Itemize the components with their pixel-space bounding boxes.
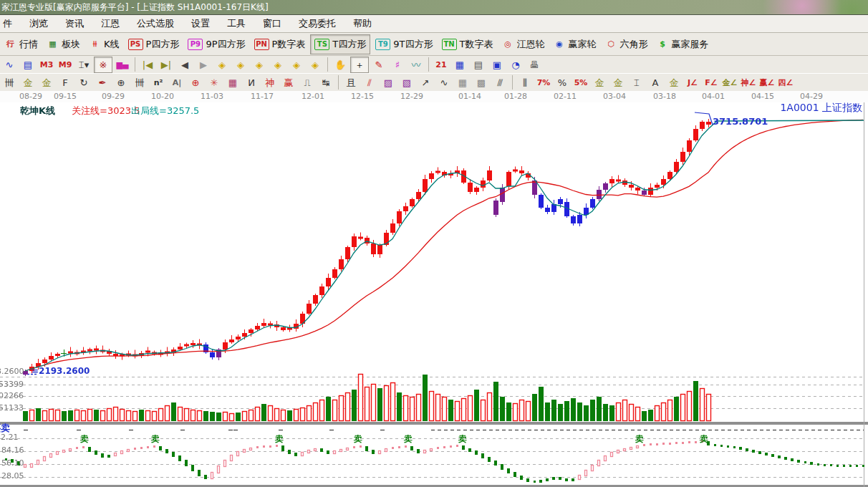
toolbar-button-T数字表[interactable]: TNT数字表 [438, 35, 497, 54]
diamond-h-icon[interactable]: ◈ [251, 57, 268, 72]
n2-icon[interactable]: n² [150, 75, 167, 90]
step-back-icon[interactable]: ◀ [176, 57, 193, 72]
histogram-icon[interactable]: ▆▄ [114, 57, 131, 72]
grid-arrow-icon[interactable]: ▩ [473, 75, 490, 90]
candle-pen-icon[interactable]: ⌶ [628, 75, 645, 90]
crosshair-icon[interactable]: ＋ [350, 57, 369, 73]
diamond-x-icon[interactable]: ◈ [269, 57, 286, 72]
toolbar-button-行情[interactable]: 行行情 [1, 35, 42, 54]
fibo-f-icon[interactable]: F [57, 75, 74, 90]
gold-tri-icon[interactable]: 金 [665, 75, 683, 90]
angle-pen-icon[interactable]: ✎ [370, 57, 387, 72]
step-fwd-icon[interactable]: ▶ [195, 57, 212, 72]
menu-item-7[interactable]: 窗口 [254, 15, 290, 32]
hand-icon[interactable]: ✋ [332, 57, 349, 72]
toolbar-button-T四方形[interactable]: TST四方形 [310, 34, 370, 54]
browse-wave-icon[interactable]: ∿ [1, 57, 18, 72]
menu-item-1[interactable]: 浏览 [21, 15, 57, 32]
pen-tool-icon[interactable]: ✒ [94, 75, 111, 90]
menu-item-5[interactable]: 设置 [183, 15, 218, 32]
toolbar-button-P四方形[interactable]: PSP四方形 [125, 35, 183, 54]
pct7-icon[interactable]: 7% [535, 75, 552, 90]
parallel-icon[interactable]: ⫻ [491, 75, 508, 90]
ying-icon[interactable]: 赢 [280, 75, 297, 90]
si-angle-icon[interactable]: 四∠ [777, 75, 794, 90]
a-lines-icon[interactable]: A [647, 75, 664, 90]
grid-dots-icon[interactable]: ▦ [454, 75, 471, 90]
diamond-v-icon[interactable]: ◈ [288, 57, 305, 72]
trend-arrow-icon[interactable]: ↗ [417, 75, 434, 90]
scribble-icon[interactable]: 〰 [408, 57, 425, 72]
toolbar-button-9P四方形[interactable]: P99P四方形 [184, 35, 249, 54]
zigzag-icon[interactable]: ∿ [435, 75, 453, 90]
sell-signal-marker: 卖 [700, 433, 708, 445]
menu-item-4[interactable]: 公式选股 [128, 15, 183, 32]
pct-icon[interactable]: % [554, 75, 571, 90]
ruler123-icon[interactable]: ⎍ [299, 75, 316, 90]
gann-gold2-icon[interactable]: 金 [38, 75, 55, 90]
toolbar-button-赢家服务[interactable]: $赢家服务 [652, 35, 712, 54]
calendar-icon[interactable]: 21 [433, 57, 450, 72]
notes-icon[interactable]: ▤ [470, 57, 487, 72]
title-bar[interactable]: 家江恩专业版[赢家内部服务平台] - [上证指数 SH1A0001-167日K线… [0, 0, 868, 15]
gann-gold1-icon[interactable]: 金 [19, 75, 37, 90]
ying-angle-icon[interactable]: 赢∠ [758, 75, 776, 90]
shen-icon[interactable]: 神 [261, 75, 279, 90]
menu-item-3[interactable]: 江恩 [92, 15, 128, 32]
print-icon[interactable]: 🖶 [526, 57, 543, 72]
skip-start-icon[interactable]: |◀ [139, 57, 156, 72]
target-red-icon[interactable]: ⊕ [187, 75, 204, 90]
diamond-right-icon[interactable]: ◈ [232, 57, 249, 72]
toolbar-button-六角形[interactable]: ⬡六角形 [601, 35, 651, 54]
fan-box1-icon[interactable]: ▨ [380, 75, 397, 90]
menu-item-8[interactable]: 交易委托 [290, 15, 344, 32]
gold-line-icon[interactable]: 金 [609, 75, 627, 90]
date-label: 12-01 [302, 92, 324, 101]
net-tool-icon[interactable]: ♯ [389, 57, 406, 72]
bars3-icon[interactable]: M3 [38, 57, 55, 72]
kline-canvas[interactable] [0, 102, 868, 487]
toolbar-button-9T四方形[interactable]: T99T四方形 [372, 35, 436, 54]
pattern-icon[interactable]: ※ [94, 57, 112, 73]
chart-clock-icon[interactable]: ◔ [507, 57, 524, 72]
menu-item-2[interactable]: 资讯 [57, 15, 92, 32]
volume-axis-label: 302266 [0, 391, 24, 400]
toolbar-button-K线[interactable]: ⟊⟊K线 [85, 35, 123, 54]
mirror-a-icon[interactable]: A| [168, 75, 185, 90]
star-red-icon[interactable]: ✳ [206, 75, 223, 90]
wave-i-icon[interactable]: И [243, 75, 260, 90]
bars-bracket-icon[interactable]: ⫼ [516, 75, 534, 90]
diamond-left-icon[interactable]: ◈ [213, 57, 231, 72]
gate-icon[interactable]: 且 [342, 75, 360, 90]
comb2-icon[interactable]: 卌 [131, 75, 148, 90]
shen-angle-icon[interactable]: 神∠ [740, 75, 757, 90]
toolbar-button-板块[interactable]: ▦板块 [43, 35, 84, 54]
comb-ruler-icon[interactable]: 卌 [1, 75, 18, 90]
fan-red-icon[interactable]: ⫽ [361, 75, 378, 90]
candle-type-icon[interactable]: ⌶▾ [75, 57, 92, 72]
toolbar-button-赢家轮[interactable]: ◉赢家轮 [549, 35, 599, 54]
f-angle-icon[interactable]: F∠ [703, 75, 720, 90]
menu-item-9[interactable]: 帮助 [344, 15, 380, 32]
save-icon[interactable]: ▣ [488, 57, 506, 72]
bars9-icon[interactable]: M9 [57, 57, 74, 72]
j-angle-icon[interactable]: J∠ [684, 75, 701, 90]
gold-angle-icon[interactable]: 金∠ [721, 75, 738, 90]
toolbar-button-P数字表[interactable]: PNP数字表 [251, 35, 309, 54]
fan-box2-icon[interactable]: ▧ [398, 75, 415, 90]
diamond-all-icon[interactable]: ◈ [307, 57, 324, 72]
skip-end-icon[interactable]: ▶| [158, 57, 175, 72]
toolbar-separator [512, 75, 513, 90]
gold-circle-icon[interactable]: 金 [591, 75, 608, 90]
menu-item-6[interactable]: 工具 [218, 15, 254, 32]
toolbar-button-江恩轮[interactable]: ◎江恩轮 [498, 35, 548, 54]
clock-circle-icon[interactable]: ⊕ [112, 75, 130, 90]
arrows-lr-icon[interactable]: ↹ [317, 75, 334, 90]
pct5-icon[interactable]: 5% [572, 75, 589, 90]
info-doc-icon[interactable]: ▤ [19, 57, 37, 72]
grid-red-icon[interactable]: ▦ [224, 75, 241, 90]
menu-item-0[interactable]: 件 [0, 15, 21, 32]
chart-area[interactable]: 乾坤K线 关注线=3023.5 出局线=3257.5 1A0001 上证指数 3… [0, 102, 868, 487]
calculator-icon[interactable]: ▦ [451, 57, 468, 72]
spiral-icon[interactable]: ↻ [75, 75, 92, 90]
